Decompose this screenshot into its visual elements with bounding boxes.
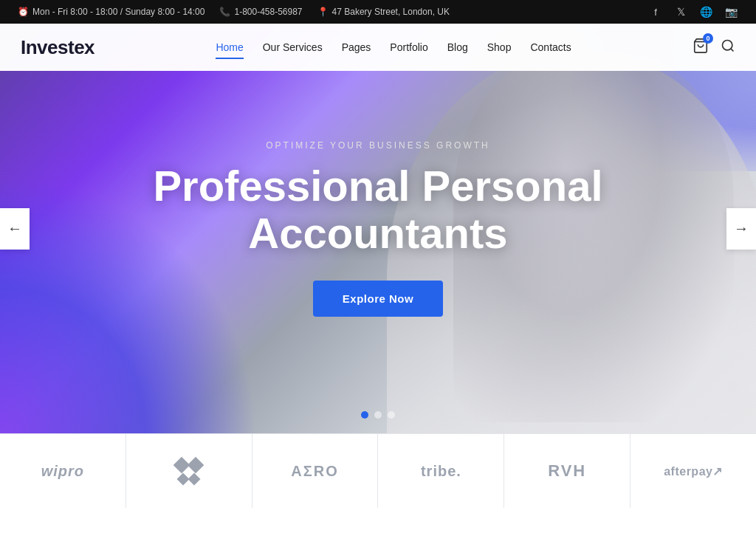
nav-portfolio[interactable]: Portfolio	[382, 35, 435, 59]
brand-tribe-label: tribe.	[421, 463, 461, 480]
instagram-icon[interactable]: 📷	[724, 4, 738, 19]
top-bar: ⏰ Mon - Fri 8:00 - 18:00 / Sunday 8:00 -…	[0, 0, 756, 24]
brand-diamonds-icon	[176, 459, 202, 484]
nav-blog[interactable]: Blog	[440, 35, 475, 59]
search-button[interactable]	[721, 38, 735, 56]
twitter-icon[interactable]: 𝕏	[673, 4, 688, 19]
brand-wipro-label: wipro	[41, 463, 84, 480]
hero-title: Professional Personal Accountants	[153, 162, 602, 257]
hours-item: ⏰ Mon - Fri 8:00 - 18:00 / Sunday 8:00 -…	[18, 7, 205, 17]
hero-title-line1: Professional Personal	[153, 162, 602, 210]
nav-contacts[interactable]: Contacts	[523, 35, 578, 59]
phone-text: 1-800-458-56987	[234, 7, 302, 17]
brands-bar: wipro AΣRO tribe. RVH afterpay↗	[0, 433, 756, 508]
hero-section: Investex Home Our Services Pages Portfol…	[0, 24, 756, 433]
carousel-prev-button[interactable]: ←	[0, 208, 30, 250]
nav-pages[interactable]: Pages	[334, 35, 379, 59]
carousel-dot-3[interactable]	[388, 411, 395, 419]
brand-afterpay: afterpay↗	[630, 434, 756, 508]
carousel-next-button[interactable]: →	[726, 208, 756, 250]
header-actions: 0	[693, 38, 735, 57]
brand-rmh-label: RVH	[548, 461, 586, 481]
top-bar-left: ⏰ Mon - Fri 8:00 - 18:00 / Sunday 8:00 -…	[18, 7, 450, 17]
explore-now-button[interactable]: Explore Now	[313, 281, 443, 317]
nav-home[interactable]: Home	[208, 35, 250, 59]
cart-badge: 0	[703, 33, 713, 44]
carousel-dot-1[interactable]	[361, 411, 368, 419]
phone-item: 📞 1-800-458-56987	[219, 7, 302, 17]
phone-icon: 📞	[219, 7, 230, 17]
hero-title-line2: Accountants	[248, 209, 507, 257]
svg-line-2	[731, 49, 734, 52]
brand-diamonds	[126, 434, 252, 508]
carousel-dot-2[interactable]	[374, 411, 382, 419]
top-bar-social: f 𝕏 🌐 📷	[648, 4, 738, 19]
brand-tribe: tribe.	[378, 434, 504, 508]
brand-aero: AΣRO	[252, 434, 379, 508]
svg-point-1	[723, 41, 732, 50]
nav-shop[interactable]: Shop	[480, 35, 519, 59]
main-nav: Home Our Services Pages Portfolio Blog S…	[208, 35, 578, 59]
hours-text: Mon - Fri 8:00 - 18:00 / Sunday 8:00 - 1…	[32, 7, 205, 17]
carousel-dots	[361, 411, 395, 419]
brand-rmh: RVH	[504, 434, 630, 508]
address-item: 📍 47 Bakery Street, London, UK	[317, 7, 450, 17]
globe-icon[interactable]: 🌐	[698, 4, 713, 19]
address-text: 47 Bakery Street, London, UK	[332, 7, 450, 17]
brand-aero-label: AΣRO	[291, 463, 338, 480]
cart-button[interactable]: 0	[693, 38, 709, 57]
site-logo: Investex	[21, 36, 94, 59]
nav-our-services[interactable]: Our Services	[255, 35, 330, 59]
hero-content: Optimize Your Business Growth Profession…	[138, 140, 617, 317]
facebook-icon[interactable]: f	[648, 4, 663, 19]
brand-wipro: wipro	[0, 434, 126, 508]
location-icon: 📍	[317, 7, 329, 17]
hero-subtitle: Optimize Your Business Growth	[153, 140, 602, 151]
clock-icon: ⏰	[18, 7, 29, 17]
brand-afterpay-label: afterpay↗	[664, 464, 723, 478]
site-header: Investex Home Our Services Pages Portfol…	[0, 24, 756, 71]
